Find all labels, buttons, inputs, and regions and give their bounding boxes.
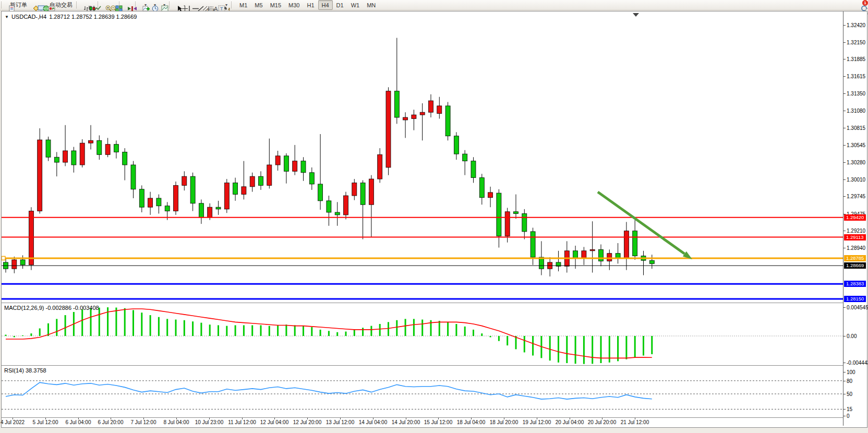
macd-value-signal: -0.003408: [73, 305, 99, 311]
price-tick-label: 1.31350: [847, 91, 865, 97]
time-axis-label: 7 Jul 12:00: [131, 419, 156, 425]
chart-shift-marker-icon[interactable]: [633, 13, 639, 17]
price-tick-dash: [843, 179, 846, 180]
market-watch-button[interactable]: [30, 0, 35, 10]
price-tick-dash: [843, 111, 846, 111]
pane-separator[interactable]: [2, 303, 866, 303]
price-tick-dash: [843, 93, 846, 94]
macd-canvas[interactable]: [2, 303, 843, 365]
price-tick-dash: [843, 25, 846, 26]
macd-tick-dash: [843, 363, 846, 363]
time-axis[interactable]: 4 Jul 20225 Jul 12:006 Jul 04:006 Jul 20…: [2, 418, 843, 426]
chart-header: ▼ USDCAD-,H4 1.28712 1.28752 1.28639 1.2…: [5, 14, 137, 20]
indicators-button[interactable]: ▾: [140, 0, 149, 10]
time-axis-label: 20 Jul 20:00: [588, 419, 617, 425]
macd-axis-label: 0.004545: [847, 305, 868, 310]
macd-tick-dash: [843, 307, 846, 308]
time-axis-label: 10 Jul 23:00: [195, 419, 224, 425]
timeframe-M1[interactable]: M1: [236, 0, 251, 10]
time-axis-label: 5 Jul 12:00: [33, 419, 58, 425]
price-tick-dash: [843, 162, 846, 163]
rsi-tick-dash: [843, 409, 846, 410]
time-axis-label: 19 Jul 12:00: [523, 419, 551, 425]
price-tick-dash: [843, 231, 846, 231]
macd-histogram: [6, 307, 652, 364]
price-tick-dash: [843, 145, 846, 146]
trend-arrow[interactable]: [598, 192, 692, 259]
templates-button[interactable]: ▾: [159, 0, 168, 10]
price-tick-dash: [843, 248, 846, 248]
price-tick-dash: [843, 59, 846, 59]
rsi-line: [6, 382, 652, 399]
price-tick-dash: [843, 76, 846, 77]
price-tick-label: 1.29210: [847, 228, 865, 234]
pane-separator[interactable]: [2, 365, 866, 366]
zoom-in-button[interactable]: [102, 0, 107, 10]
timeframe-M30[interactable]: M30: [285, 0, 303, 10]
rsi-value: 38.3758: [26, 367, 46, 374]
price-tick-label: 1.32150: [847, 40, 865, 45]
price-tick-label: 1.30815: [847, 125, 865, 131]
horizontal-level-lines[interactable]: [2, 218, 843, 299]
periods-button[interactable]: ▾: [149, 0, 159, 10]
toolbar-right-tools: 1: [861, 2, 865, 8]
price-tick-label: 1.30545: [847, 142, 865, 148]
price-tick-label: 1.28940: [847, 245, 865, 251]
new-order-button[interactable]: 新订单: [6, 0, 30, 10]
rsi-canvas[interactable]: [2, 366, 843, 417]
rsi-axis-label: 100: [847, 369, 855, 375]
price-chart-canvas[interactable]: [2, 11, 843, 303]
timeframe-H4[interactable]: H4: [318, 0, 333, 10]
toolbar-grip: [76, 2, 79, 8]
time-axis-label: 13 Jul 12:00: [326, 419, 355, 425]
autotrading-button[interactable]: 自动交易: [45, 0, 75, 10]
timeframe-D1[interactable]: D1: [333, 0, 347, 10]
timeframe-MN[interactable]: MN: [363, 0, 379, 10]
price-level-label: 1.28383: [844, 281, 866, 287]
rsi-tick-dash: [843, 381, 846, 381]
bar-chart-button[interactable]: [81, 0, 86, 10]
price-tick-dash: [843, 196, 846, 197]
price-tick-label: 1.31080: [847, 108, 865, 114]
price-level-label: 1.28785: [844, 255, 866, 261]
time-axis-label: 4 Jul 2022: [1, 419, 25, 425]
macd-tick-dash: [843, 336, 846, 336]
rsi-tick-dash: [843, 416, 846, 416]
price-tick-label: 1.29745: [847, 194, 865, 199]
rsi-name: RSI(14): [4, 367, 24, 374]
macd-label: MACD(12,26,9) -0.002886 -0.003408: [4, 305, 99, 311]
line-anchor-marker[interactable]: [2, 256, 5, 260]
timeframe-W1[interactable]: W1: [347, 0, 364, 10]
toolbar-grip: [169, 2, 172, 8]
rsi-label: RSI(14) 38.3758: [4, 367, 46, 374]
rsi-tick-dash: [843, 372, 846, 372]
price-tick-dash: [843, 42, 846, 43]
toolbar-grip: [1, 2, 4, 8]
toolbar: 新订单 自动交易: [0, 0, 868, 10]
rsi-axis-label: 80: [847, 378, 852, 384]
price-level-label: 1.28669: [844, 262, 866, 269]
time-axis-label: 20 Jul 04:00: [556, 419, 584, 425]
timeframe-H1[interactable]: H1: [303, 0, 318, 10]
price-level-label: 1.29113: [844, 234, 866, 240]
macd-axis-label: 0.00: [847, 333, 857, 339]
cursor-button[interactable]: [174, 0, 179, 10]
time-axis-label: 8 Jul 04:00: [164, 419, 189, 425]
toolbar-grip: [231, 2, 234, 8]
timeframe-M15[interactable]: M15: [267, 0, 285, 10]
rsi-axis-label: 50: [847, 391, 852, 397]
time-axis-label: 12 Jul 04:00: [260, 419, 289, 425]
price-level-label: 1.28150: [844, 296, 866, 302]
timeframe-M5[interactable]: M5: [251, 0, 266, 10]
time-axis-label: 12 Jul 20:00: [293, 419, 322, 425]
price-tick-dash: [843, 128, 846, 128]
candles: [4, 38, 655, 276]
auto-scroll-button[interactable]: [124, 0, 129, 10]
price-level-label: 1.29420: [844, 214, 866, 221]
price-scale[interactable]: 1.324201.321501.318851.316151.313501.310…: [843, 11, 866, 426]
chart-menu-arrow-icon[interactable]: ▼: [5, 15, 9, 19]
time-axis-label: 6 Jul 20:00: [98, 419, 124, 425]
time-axis-label: 6 Jul 04:00: [66, 419, 91, 425]
time-axis-label: 21 Jul 12:00: [621, 419, 649, 425]
price-tick-label: 1.32420: [847, 22, 865, 28]
